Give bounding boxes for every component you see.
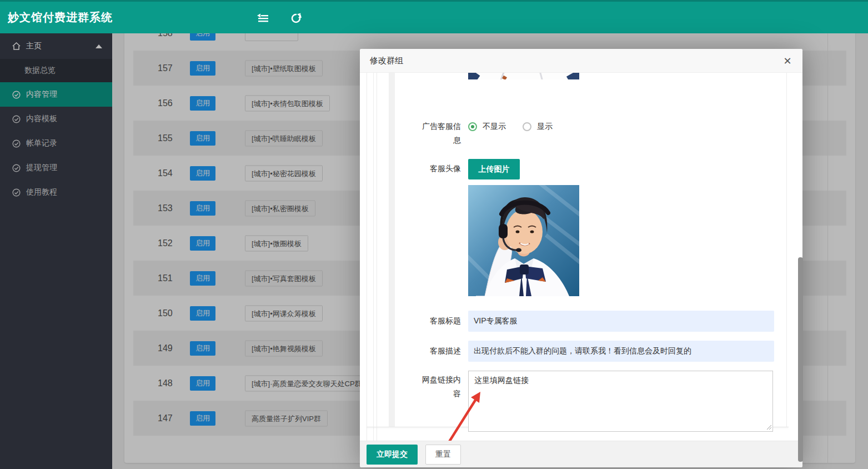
- radio-selected-icon: [468, 122, 477, 131]
- radio-unselected-icon: [523, 122, 531, 131]
- disk-link-textarea[interactable]: 这里填网盘链接: [468, 371, 773, 432]
- panel-edge-line: [377, 73, 377, 441]
- panel-gutter: [389, 73, 395, 427]
- service-desc-input[interactable]: [468, 341, 774, 362]
- submit-button[interactable]: 立即提交: [367, 445, 418, 465]
- modal-body: 广告客服信息 不显示 显示 客服头像 上传图片: [360, 73, 802, 441]
- modal-title: 修改群组: [370, 56, 403, 66]
- service-desc-label: 客服描述: [417, 344, 461, 358]
- refresh-icon[interactable]: [290, 12, 302, 24]
- reset-button[interactable]: 重置: [425, 445, 461, 465]
- upload-image-button[interactable]: 上传图片: [468, 159, 520, 179]
- service-title-input[interactable]: [468, 311, 774, 332]
- cropped-photo-sliver: [468, 73, 579, 79]
- radio-show[interactable]: 显示: [523, 122, 553, 132]
- customer-service-photo: [468, 185, 579, 296]
- app-window: 158启用157启用[城市]•壁纸取图模板156启用[城市]•表情包取图模板15…: [0, 0, 868, 469]
- ad-service-radio-group: 不显示 显示: [468, 122, 553, 132]
- edit-group-modal: 修改群组 ✕ 广告客服信息 不显示: [360, 49, 802, 467]
- app-header: 妙文馆付费进群系统: [0, 0, 868, 33]
- panel-edge-line: [367, 73, 367, 441]
- modal-header: 修改群组 ✕: [360, 49, 802, 73]
- radio-not-show[interactable]: 不显示: [468, 122, 506, 132]
- modal-footer: 立即提交 重置: [360, 441, 802, 467]
- close-icon[interactable]: ✕: [781, 55, 794, 67]
- panel-edge-line: [373, 73, 374, 441]
- modal-scrollbar-thumb[interactable]: [798, 257, 803, 462]
- collapse-menu-icon[interactable]: [257, 12, 269, 24]
- panel-edge-line: [786, 73, 787, 427]
- avatar-label: 客服头像: [417, 162, 461, 176]
- ad-service-info-label: 广告客服信息: [417, 119, 461, 147]
- disk-link-label: 网盘链接内容: [417, 373, 461, 401]
- service-title-label: 客服标题: [417, 314, 461, 328]
- app-title: 妙文馆付费进群系统: [8, 10, 113, 25]
